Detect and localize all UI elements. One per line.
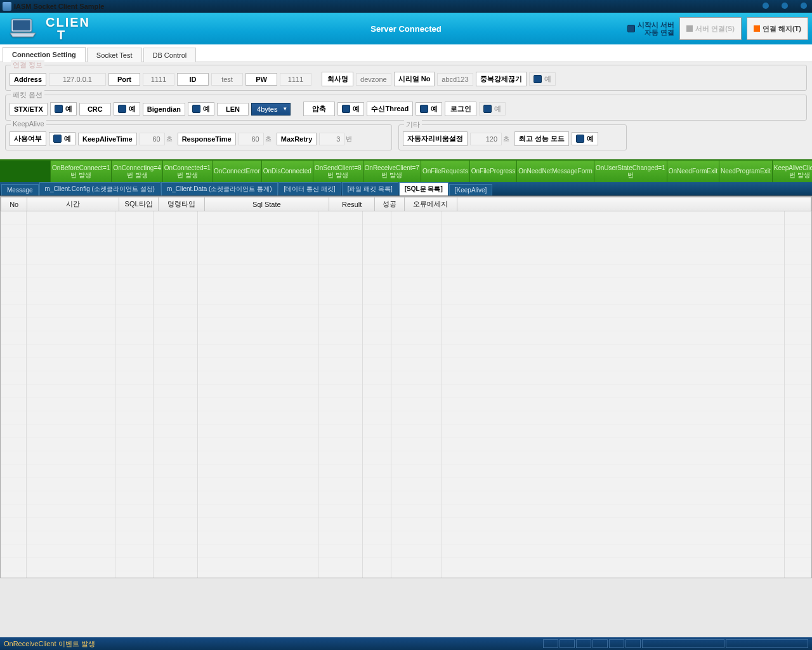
connection-status: Server Connected: [370, 24, 441, 34]
port-input[interactable]: 1111: [143, 73, 174, 86]
subtab[interactable]: m_Client.Data (소켓클라이언트 통계): [161, 182, 278, 196]
address-input[interactable]: 127.0.0.1: [49, 73, 106, 86]
app-brand: CLIENT: [46, 16, 77, 41]
app-header: CLIENT Server Connected 시작시 서버 자동 연결 서버 …: [0, 13, 812, 44]
dup-disconnect-label: 중복강제끊기: [476, 72, 527, 86]
stx-label: STX/ETX: [10, 103, 48, 116]
fieldset-keepalive: KeepAlive 사용여부 예 KeepAliveTime 60초 Respo…: [5, 124, 392, 150]
status-cells: [543, 639, 808, 648]
login-toggle[interactable]: 예: [479, 102, 506, 116]
event-cell: OnFileRequests: [421, 161, 470, 182]
status-bar: OnReceiveClient 이벤트 발생: [0, 637, 812, 650]
bigendian-toggle[interactable]: 예: [188, 102, 214, 116]
subtab[interactable]: [KeepAlive]: [449, 184, 493, 196]
status-message: OnReceiveClient 이벤트 발생: [4, 639, 95, 649]
grid-body[interactable]: [1, 211, 811, 578]
login-label: 로그인: [445, 102, 476, 116]
keepalive-use-toggle[interactable]: 예: [49, 132, 75, 145]
event-cell: OnNeedFormExit: [667, 161, 719, 182]
keepalivetime-label: KeepAliveTime: [78, 133, 137, 145]
grid-column-header[interactable]: [457, 197, 811, 211]
company-input[interactable]: devzone: [356, 73, 391, 86]
pw-input[interactable]: 1111: [280, 73, 311, 86]
grid-column-header[interactable]: SQL타입: [119, 197, 159, 211]
window-close-icon[interactable]: [801, 3, 807, 9]
subtab[interactable]: [데이터 통신 패킷]: [278, 182, 341, 196]
connect-icon: [686, 25, 693, 32]
stx-toggle[interactable]: 예: [50, 102, 77, 116]
event-cell: OnConnected=1번 발생: [163, 161, 213, 182]
legend-etc: 기타: [404, 120, 422, 129]
responsetime-input[interactable]: 60: [239, 133, 264, 145]
server-disconnect-button[interactable]: 연결 해지(T): [747, 17, 808, 40]
event-cell: OnConnectError: [213, 161, 262, 182]
window-min-icon[interactable]: [763, 3, 769, 9]
auto-connect-toggle[interactable]: 시작시 서버 자동 연결: [627, 21, 674, 36]
checkbox-icon: [627, 25, 635, 32]
event-cell: KeepAliveClient=3번 발생: [773, 161, 812, 182]
disconnect-icon: [754, 25, 760, 32]
legend-connection: 연결 정보: [11, 60, 44, 70]
svg-rect-1: [13, 20, 30, 30]
window-max-icon[interactable]: [782, 3, 788, 9]
logo-icon: [4, 16, 42, 41]
dup-disconnect-toggle[interactable]: 예: [529, 72, 556, 86]
company-label: 회사명: [322, 72, 353, 86]
window-titlebar: IASM Socket Client Sample: [0, 0, 812, 13]
id-input[interactable]: test: [211, 73, 243, 86]
grid-column-header[interactable]: 오류메세지: [404, 197, 457, 211]
recvthread-toggle[interactable]: 예: [416, 102, 442, 116]
grid-column-header[interactable]: 시간: [27, 197, 119, 211]
maxretry-label: MaxRetry: [277, 133, 317, 145]
serial-input[interactable]: abcd123: [437, 73, 473, 86]
address-label: Address: [10, 73, 46, 86]
auto-connect-label: 시작시 서버 자동 연결: [638, 21, 674, 36]
keepalivetime-input[interactable]: 60: [140, 133, 165, 145]
event-cell: OnNeedNetMessageForm: [517, 161, 594, 182]
perfmode-toggle[interactable]: 예: [572, 132, 598, 145]
fieldset-connection: 연결 정보 Address 127.0.0.1 Port 1111 ID tes…: [5, 65, 807, 91]
grid-column-header[interactable]: No: [1, 197, 27, 211]
subtab[interactable]: [파일 패킷 목록]: [342, 182, 398, 196]
event-cell: OnDisConnected: [262, 161, 313, 182]
bigendian-label: Bigendian: [143, 103, 185, 116]
connection-panel: 연결 정보 Address 127.0.0.1 Port 1111 ID tes…: [0, 62, 812, 159]
grid-column-header[interactable]: 명령타입: [159, 197, 204, 211]
maxretry-input[interactable]: 3: [319, 133, 344, 145]
subtab[interactable]: [SQL문 목록]: [399, 182, 449, 196]
port-label: Port: [108, 73, 140, 86]
event-cell: OnConnecting=4번 발생: [112, 161, 162, 182]
grid-column-header[interactable]: 성공: [375, 197, 405, 211]
len-select[interactable]: 4bytes: [251, 103, 291, 116]
tab-socket-test[interactable]: Socket Test: [87, 48, 142, 62]
window-controls: [763, 3, 807, 9]
sql-grid[interactable]: No시간SQL타입명령타입Sql StateResult성공오류메세지: [0, 196, 812, 578]
event-cell: OnReceiveClient=7번 발생: [363, 161, 421, 182]
compress-toggle[interactable]: 예: [337, 102, 364, 116]
crc-toggle[interactable]: 예: [114, 102, 140, 116]
compress-label: 압축: [303, 102, 335, 116]
window-title: IASM Socket Client Sample: [14, 3, 104, 10]
fieldset-packet: 패킷 옵션 STX/ETX 예 CRC 예 Bigendian 예 LEN 4b…: [5, 95, 807, 121]
server-connect-button[interactable]: 서버 연결(S): [679, 17, 742, 40]
event-cell: OnSendClient=8번 발생: [313, 161, 363, 182]
pw-label: PW: [246, 73, 277, 86]
event-cell: OnBeforeConnect=1번 발생: [51, 161, 112, 182]
event-cell: NeedProgramExit: [719, 161, 773, 182]
event-cell: OnUserStateChanged=1번: [594, 161, 667, 182]
subtab[interactable]: m_Client.Config (소켓클라이언트 설정): [39, 182, 160, 196]
tab-db-control[interactable]: DB Control: [143, 48, 197, 62]
perfmode-label: 최고 성능 모드: [514, 131, 569, 146]
app-icon: [3, 2, 11, 11]
len-label: LEN: [217, 103, 249, 116]
grid-column-header[interactable]: Sql State: [204, 197, 329, 211]
log-tabs: Messagem_Client.Config (소켓클라이언트 설정)m_Cli…: [0, 182, 812, 196]
responsetime-label: ResponseTime: [178, 133, 236, 145]
main-tabs: Connection SettingSocket TestDB Control: [0, 44, 812, 62]
subtab[interactable]: Message: [1, 184, 39, 196]
serial-label: 시리얼 No: [394, 72, 435, 86]
crc-label: CRC: [79, 103, 111, 116]
grid-column-header[interactable]: Result: [329, 197, 374, 211]
autoempty-input[interactable]: 120: [470, 133, 502, 145]
event-counters: OnBeforeConnect=1번 발생OnConnecting=4번 발생O…: [0, 159, 812, 182]
